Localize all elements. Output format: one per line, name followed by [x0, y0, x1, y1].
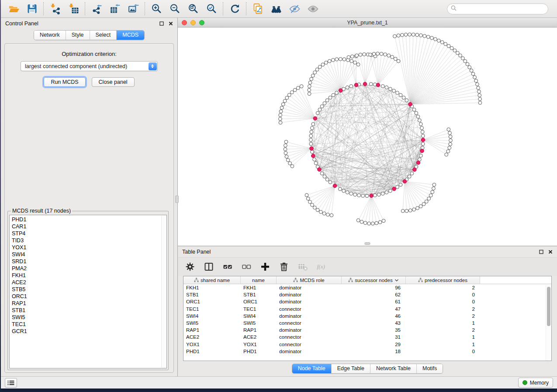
tab-mcds[interactable]: MCDS: [116, 31, 144, 40]
cell-shared-name: ACE2: [183, 334, 241, 340]
search-box[interactable]: [447, 3, 548, 14]
table-row[interactable]: FKH1FKH1dominator962: [183, 284, 551, 291]
column-header-shared-name[interactable]: shared name: [183, 276, 241, 284]
mcds-result-item[interactable]: PHD1: [12, 216, 166, 223]
mcds-result-item[interactable]: SWI5: [12, 314, 166, 321]
table-toolbar: f(x): [178, 257, 557, 276]
export-table-button[interactable]: [106, 1, 124, 16]
network-canvas[interactable]: [178, 28, 557, 246]
create-new-column-button[interactable]: [260, 261, 270, 272]
mcds-result-item[interactable]: SRD1: [12, 258, 166, 265]
import-network-from-file-button[interactable]: [46, 1, 64, 16]
table-tab-motifs[interactable]: Motifs: [416, 364, 443, 373]
run-mcds-button[interactable]: Run MCDS: [44, 77, 85, 87]
scrollbar-thumb[interactable]: [547, 287, 550, 326]
zoom-out-button[interactable]: [166, 1, 184, 16]
close-panel-icon[interactable]: [548, 250, 553, 254]
save-session-button[interactable]: [23, 1, 41, 16]
table-mode-button[interactable]: [185, 261, 195, 272]
table-row[interactable]: ORC1ORC1dominator610: [183, 298, 551, 305]
cell-predecessor-nodes: 2: [406, 284, 480, 291]
select-all-rows-button[interactable]: [222, 261, 233, 272]
mcds-result-item[interactable]: STB5: [12, 286, 166, 293]
mcds-result-item[interactable]: GCR1: [12, 328, 166, 335]
mcds-list-scrollbar[interactable]: [161, 216, 166, 368]
tab-network[interactable]: Network: [34, 31, 66, 40]
table-row[interactable]: ACE2ACE2connector311: [183, 334, 551, 340]
mcds-result-list[interactable]: PHD1CAR1STP4TID3YOX1SWI4SRD1PMA2FKH1ACE2…: [9, 215, 167, 368]
column-header-name[interactable]: name: [241, 276, 277, 284]
tab-style[interactable]: Style: [66, 31, 90, 40]
deselect-all-rows-button[interactable]: [241, 261, 252, 272]
mcds-result-item[interactable]: ACE2: [12, 279, 166, 286]
open-session-button[interactable]: [4, 1, 23, 16]
show-graphics-details-button[interactable]: [304, 1, 322, 16]
mcds-result-item[interactable]: STP4: [12, 230, 166, 237]
cell-shared-name: RAP1: [183, 327, 241, 334]
network-window-titlebar[interactable]: YPA_prune.txt_1: [178, 18, 557, 28]
show-panels-list-button[interactable]: [5, 378, 17, 388]
first-neighbors-of-selected-nodes-button[interactable]: [267, 1, 285, 16]
column-header-predecessor-nodes[interactable]: predecessor nodes: [406, 276, 480, 284]
table-row[interactable]: PHD1PHD1dominator180: [183, 348, 551, 355]
toolbar-separator: [246, 2, 246, 15]
cell-mcds-role: connector: [277, 341, 342, 348]
close-panel-icon[interactable]: [169, 21, 173, 26]
cell-name: FKH1: [241, 284, 277, 291]
mcds-result-item[interactable]: SWI4: [12, 251, 166, 258]
hide-graphics-details-button[interactable]: [285, 1, 304, 16]
mcds-result-item[interactable]: TEC1: [12, 321, 166, 328]
table-tab-edge-table[interactable]: Edge Table: [331, 364, 370, 373]
mcds-result-item[interactable]: TID3: [12, 237, 166, 244]
import-table-from-file-button[interactable]: [64, 1, 83, 16]
mcds-result-item[interactable]: ORC1: [12, 293, 166, 300]
column-header-mcds-role[interactable]: MCDS role: [277, 276, 342, 284]
float-panel-icon[interactable]: [539, 250, 543, 254]
table-tab-node-table[interactable]: Node Table: [292, 364, 331, 373]
mcds-result-item[interactable]: FKH1: [12, 272, 166, 279]
show-details-icon: [307, 3, 319, 14]
table-row[interactable]: YOX1YOX1connector291: [183, 341, 551, 348]
table-row[interactable]: SWI4SWI4dominator462: [183, 313, 551, 320]
mcds-result-item[interactable]: STB1: [12, 307, 166, 314]
optimization-criterion-value: largest connected component (undirected): [25, 63, 127, 69]
export-image-button[interactable]: [124, 1, 142, 16]
show-hide-columns-button[interactable]: [204, 261, 214, 272]
window-close-traffic-light[interactable]: [182, 20, 187, 25]
tree-column-icon: [194, 278, 199, 282]
cell-name: SWI5: [241, 320, 277, 327]
table-row[interactable]: STB1STB1dominator620: [183, 291, 551, 298]
mcds-result-group: MCDS result (17 nodes) PHD1CAR1STP4TID3Y…: [7, 208, 169, 370]
horizontal-splitter-grip[interactable]: [365, 242, 370, 245]
memory-button[interactable]: Memory: [518, 378, 553, 388]
window-maximize-traffic-light[interactable]: [199, 20, 204, 25]
refresh-network-view-button[interactable]: [225, 1, 244, 16]
vertical-splitter-grip[interactable]: [175, 196, 179, 203]
network-graph[interactable]: [178, 28, 557, 246]
export-network-button[interactable]: [87, 1, 106, 16]
delete-columns-button[interactable]: [279, 261, 289, 272]
table-vertical-scrollbar[interactable]: [546, 285, 551, 361]
table-row[interactable]: RAP1RAP1dominator352: [183, 327, 551, 334]
table-row[interactable]: TEC1TEC1connector472: [183, 306, 551, 313]
zoom-in-button[interactable]: [147, 1, 166, 16]
new-network-from-selection-button[interactable]: [249, 1, 267, 16]
table-tab-network-table[interactable]: Network Table: [370, 364, 416, 373]
table-row[interactable]: SWI5SWI5connector431: [183, 320, 551, 327]
close-panel-button[interactable]: Close panel: [92, 77, 135, 87]
mcds-result-item[interactable]: YOX1: [12, 244, 166, 251]
column-header-successor-nodes[interactable]: successor nodes: [342, 276, 406, 284]
window-minimize-traffic-light[interactable]: [190, 20, 196, 25]
zoom-fit-content-button[interactable]: [184, 1, 202, 16]
float-panel-icon[interactable]: [159, 21, 164, 26]
mcds-result-item[interactable]: PMA2: [12, 265, 166, 272]
cell-successor-nodes: 62: [342, 291, 406, 298]
mcds-result-item[interactable]: CAR1: [12, 223, 166, 230]
tree-column-icon: [293, 278, 298, 282]
mcds-result-item[interactable]: RAP1: [12, 300, 166, 307]
export-network-icon: [91, 3, 103, 14]
zoom-selected-region-button[interactable]: [202, 1, 221, 16]
optimization-criterion-select[interactable]: largest connected component (undirected): [21, 61, 158, 71]
search-input[interactable]: [459, 6, 545, 12]
tab-select[interactable]: Select: [90, 31, 117, 40]
